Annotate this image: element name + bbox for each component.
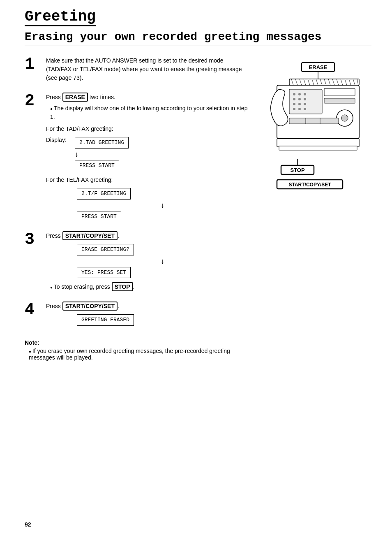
step-2-content: Press ERASE two times. The display will … [46, 93, 248, 223]
tad-arrow: ↓ [75, 151, 78, 158]
step-1-content: Make sure that the AUTO ANSWER setting i… [46, 56, 248, 85]
step-4-press-text2: . [118, 303, 119, 309]
step-3-number: 3 [25, 232, 41, 248]
svg-point-26 [293, 98, 295, 100]
tad-display-group: Display: 2.TAD GREETING ↓ PRESS START [46, 136, 248, 172]
main-content: 1 Make sure that the AUTO ANSWER setting… [25, 56, 371, 362]
note-section: Note: If you erase your own recorded gre… [25, 339, 248, 361]
step-3-press-text2: . [118, 232, 119, 239]
svg-point-23 [293, 93, 295, 95]
svg-rect-39 [289, 118, 339, 124]
svg-point-38 [341, 115, 348, 121]
svg-point-33 [298, 108, 301, 110]
tad-display1: 2.TAD GREETING [75, 137, 129, 149]
stop-note: To stop erasing, press STOP. [50, 283, 248, 291]
step-3: 3 Press START/COPY/SET. ERASE GREETING? … [25, 232, 248, 294]
tad-display-column: 2.TAD GREETING ↓ PRESS START [75, 136, 129, 172]
tad-display2: PRESS START [75, 160, 119, 172]
svg-point-24 [298, 93, 301, 95]
display-label: Display: [46, 136, 71, 144]
tel-display-group: 2.T/F GREETING ↓ PRESS START [77, 187, 248, 223]
svg-rect-35 [324, 88, 355, 96]
step-3-arrow: ↓ [77, 258, 248, 265]
note-title: Note: [25, 339, 248, 346]
tel-display2: PRESS START [77, 211, 121, 223]
svg-point-29 [293, 103, 295, 105]
svg-rect-42 [277, 139, 359, 147]
step-4-number: 4 [25, 302, 41, 318]
step-2-number: 2 [25, 93, 41, 109]
svg-text:ERASE: ERASE [309, 64, 327, 70]
erase-button-label: ERASE [62, 93, 88, 102]
step-3-display-group: ERASE GREETING? ↓ YES: PRESS SET [77, 243, 248, 279]
fax-machine-svg: ERASE [256, 60, 371, 200]
svg-point-32 [293, 108, 295, 110]
page-number: 92 [25, 521, 31, 528]
start-copy-set-button-label-3: START/COPY/SET [62, 231, 118, 240]
tel-arrow: ↓ [77, 202, 248, 209]
tel-display1: 2.T/F GREETING [77, 188, 131, 200]
step-4-content: Press START/COPY/SET. GREETING ERASED [46, 302, 248, 327]
step-4-press-line: Press START/COPY/SET. [46, 302, 248, 311]
svg-rect-43 [279, 146, 357, 150]
step-4-display1: GREETING ERASED [77, 314, 134, 326]
step-3-press-text: Press [46, 232, 61, 239]
svg-point-31 [304, 103, 306, 105]
svg-text:STOP: STOP [290, 167, 304, 173]
device-svg-container: ERASE [256, 60, 371, 202]
step-2: 2 Press ERASE two times. The display wil… [25, 93, 248, 223]
note-bullet: If you erase your own recorded greeting … [29, 348, 248, 361]
tel-label: For the TEL/FAX greeting: [46, 176, 248, 184]
step-3-press-line: Press START/COPY/SET. [46, 232, 248, 240]
step-4-display-group: GREETING ERASED [77, 313, 248, 327]
step-3-display1: ERASE GREETING? [77, 244, 134, 255]
svg-point-34 [304, 108, 306, 110]
page-title: Greeting [25, 8, 96, 26]
svg-point-27 [298, 98, 301, 100]
stop-button-label: STOP [112, 282, 133, 291]
step-3-content: Press START/COPY/SET. ERASE GREETING? ↓ … [46, 232, 248, 294]
step-1-text: Make sure that the AUTO ANSWER setting i… [46, 56, 248, 82]
svg-point-30 [298, 103, 301, 105]
stop-note-text: To stop erasing, press [54, 283, 110, 290]
start-copy-set-button-label-4: START/COPY/SET [62, 302, 118, 311]
step-1: 1 Make sure that the AUTO ANSWER setting… [25, 56, 248, 85]
step-2-bullet: The display will show one of the followi… [50, 104, 248, 121]
svg-point-28 [304, 98, 306, 100]
tad-label: For the TAD/FAX greeting: [46, 125, 248, 133]
step-1-number: 1 [25, 56, 41, 73]
section-heading: Erasing your own recorded greeting messa… [25, 30, 371, 46]
instructions: 1 Make sure that the AUTO ANSWER setting… [25, 56, 248, 362]
step-2-press-text2: two times. [90, 94, 115, 100]
svg-rect-36 [324, 98, 355, 103]
device-diagram: ERASE [256, 56, 371, 362]
svg-point-25 [304, 93, 306, 95]
step-3-display2: YES: PRESS SET [77, 267, 131, 278]
step-2-press-text: Press [46, 94, 61, 100]
step-4: 4 Press START/COPY/SET. GREETING ERASED [25, 302, 248, 327]
svg-text:START/COPY/SET: START/COPY/SET [288, 182, 331, 188]
step-2-press-line: Press ERASE two times. [46, 93, 248, 102]
step-4-press-text: Press [46, 303, 61, 309]
